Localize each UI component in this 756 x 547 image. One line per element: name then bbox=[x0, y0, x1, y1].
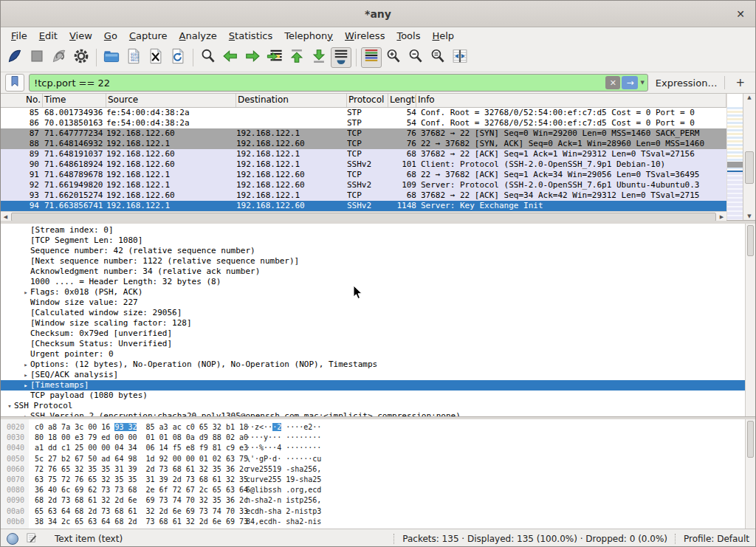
ascii-bytes[interactable]: \'·gP·d· ······cu bbox=[246, 455, 321, 463]
filter-dropdown-caret-icon[interactable]: ▼ bbox=[639, 80, 647, 86]
ascii-bytes[interactable]: ···%···4 ········ bbox=[246, 444, 321, 452]
menu-item-file[interactable]: File bbox=[5, 29, 33, 43]
detail-line[interactable]: Sequence number: 42 (relative sequence n… bbox=[1, 246, 755, 256]
hex-bytes[interactable]: 36 40 6c 69 62 73 73 68 2e 6f 72 67 2c 6… bbox=[35, 485, 246, 495]
bytes-vertical-scrollbar[interactable] bbox=[745, 419, 755, 529]
zoom-100-button[interactable] bbox=[427, 47, 448, 68]
scroll-up-icon[interactable]: ▲ bbox=[743, 94, 755, 100]
detail-line[interactable]: [Stream index: 0] bbox=[1, 225, 755, 235]
menu-item-analyze[interactable]: Analyze bbox=[173, 29, 223, 43]
add-filter-button[interactable]: + bbox=[729, 76, 751, 89]
ascii-bytes[interactable]: curve255 19-sha25 bbox=[246, 475, 321, 484]
hscroll-thumb[interactable] bbox=[11, 213, 716, 221]
menu-item-telephony[interactable]: Telephony bbox=[278, 29, 339, 43]
start-capture-button[interactable] bbox=[4, 47, 25, 68]
detail-line[interactable]: [TCP Segment Len: 1080] bbox=[1, 235, 755, 246]
filter-apply-button[interactable]: → bbox=[622, 76, 638, 89]
hex-row-0090[interactable]: 009068 2d 73 68 61 32 2d 6e 69 73 74 70 … bbox=[1, 495, 755, 506]
packet-row-87[interactable]: 8771.647777234192.168.122.60192.168.122.… bbox=[1, 128, 726, 139]
go-to-packet-button[interactable] bbox=[264, 47, 285, 68]
ascii-selected-bytes[interactable]: ·2 bbox=[272, 423, 281, 431]
hex-row-0060[interactable]: 006072 76 65 32 35 35 31 39 2d 73 68 61 … bbox=[1, 464, 755, 475]
expand-arrow-icon[interactable]: ▸ bbox=[21, 380, 30, 391]
detail-line[interactable]: [Calculated window size: 29056] bbox=[1, 308, 755, 318]
hex-bytes[interactable]: 38 34 2c 65 63 64 68 2d 73 68 61 32 2d 6… bbox=[35, 517, 246, 527]
column-header-source[interactable]: Source bbox=[106, 94, 236, 107]
intelligent-scrollbar[interactable] bbox=[726, 94, 743, 220]
expand-arrow-icon[interactable]: ▾ bbox=[5, 401, 14, 411]
capture-options-button[interactable] bbox=[71, 47, 92, 68]
ascii-bytes[interactable]: 84,ecdh- sha2-nis bbox=[246, 517, 321, 526]
menu-item-tools[interactable]: Tools bbox=[391, 29, 426, 43]
packet-row-89[interactable]: 8971.648191037192.168.122.60192.168.122.… bbox=[1, 149, 726, 159]
column-header-length[interactable]: Length bbox=[388, 94, 416, 107]
detail-line[interactable]: Urgent pointer: 0 bbox=[1, 349, 755, 359]
hex-row-0080[interactable]: 008036 40 6c 69 62 73 73 68 2e 6f 72 67 … bbox=[1, 485, 755, 495]
hex-selected-bytes[interactable]: 93 32 bbox=[114, 423, 137, 431]
menu-item-wireless[interactable]: Wireless bbox=[339, 29, 391, 43]
save-file-button[interactable]: 010101100011 bbox=[123, 47, 144, 68]
menu-item-statistics[interactable]: Statistics bbox=[223, 29, 278, 43]
detail-line[interactable]: Acknowledgment number: 34 (relative ack … bbox=[1, 266, 755, 277]
detail-line[interactable]: ▾SSH Protocol bbox=[1, 401, 755, 411]
find-packet-button[interactable] bbox=[198, 47, 219, 68]
menu-item-capture[interactable]: Capture bbox=[123, 29, 173, 43]
column-header-no[interactable]: No. bbox=[1, 94, 43, 107]
expand-arrow-icon[interactable]: ▸ bbox=[21, 411, 30, 417]
capture-comment-icon[interactable] bbox=[26, 532, 37, 546]
column-header-protocol[interactable]: Protocol bbox=[347, 94, 388, 107]
hex-row-00b0[interactable]: 00b038 34 2c 65 63 64 68 2d 73 68 61 32 … bbox=[1, 517, 755, 527]
go-forward-button[interactable] bbox=[242, 47, 263, 68]
detail-line[interactable]: Checksum: 0x79ed [unverified] bbox=[1, 328, 755, 339]
details-scroll-thumb[interactable] bbox=[747, 225, 754, 256]
expand-arrow-icon[interactable]: ▸ bbox=[21, 359, 30, 370]
hex-row-0040[interactable]: 0040a1 dd c1 25 00 00 04 34 06 14 f5 e8 … bbox=[1, 443, 755, 453]
packet-row-91[interactable]: 9171.648789678192.168.122.1192.168.122.6… bbox=[1, 170, 726, 180]
scroll-right-icon[interactable]: ▶ bbox=[717, 214, 726, 220]
detail-line[interactable]: ▸[Timestamps] bbox=[1, 380, 755, 391]
bytes-scroll-thumb[interactable] bbox=[747, 421, 754, 458]
packet-row-85[interactable]: 8568.001734936fe:54:00:d4:38:2aSTP54Conf… bbox=[1, 108, 726, 118]
packet-row-90[interactable]: 9071.648618924192.168.122.60192.168.122.… bbox=[1, 159, 726, 170]
colorize-toggle[interactable] bbox=[361, 47, 382, 68]
filter-clear-button[interactable]: ✕ bbox=[605, 76, 620, 89]
column-header-destination[interactable]: Destination bbox=[236, 94, 347, 107]
detail-line[interactable]: 1000 .... = Header Length: 32 bytes (8) bbox=[1, 277, 755, 287]
detail-line[interactable]: ▸SSH Version 2 (encryption:chacha20-poly… bbox=[1, 411, 755, 417]
detail-line[interactable]: ▸Flags: 0x018 (PSH, ACK) bbox=[1, 287, 755, 297]
menu-item-view[interactable]: View bbox=[63, 29, 98, 43]
hex-bytes[interactable]: 65 63 64 68 2d 73 68 61 32 2d 6e 69 73 7… bbox=[35, 506, 246, 517]
display-filter-input[interactable]: !tcp.port == 22 ✕ → ▼ bbox=[29, 74, 648, 92]
column-header-time[interactable]: Time bbox=[43, 94, 106, 107]
hex-bytes[interactable]: a1 dd c1 25 00 00 04 34 06 14 f5 e8 f9 8… bbox=[35, 443, 246, 453]
hex-row-0030[interactable]: 003080 18 00 e3 79 ed 00 00 01 01 08 0a … bbox=[1, 433, 755, 443]
open-file-button[interactable] bbox=[101, 47, 122, 68]
close-file-button[interactable] bbox=[145, 47, 166, 68]
detail-line[interactable]: ▸Options: (12 bytes), No-Operation (NOP)… bbox=[1, 359, 755, 370]
filter-bookmark-button[interactable] bbox=[5, 74, 24, 92]
ascii-bytes[interactable]: ecdh-sha 2-nistp3 bbox=[246, 507, 321, 515]
resize-columns-button[interactable] bbox=[450, 47, 470, 68]
hex-bytes[interactable]: 63 75 72 76 65 32 35 35 31 39 2d 73 68 6… bbox=[35, 475, 246, 485]
column-header-info[interactable]: Info bbox=[416, 94, 726, 107]
ascii-bytes[interactable]: ··z<···2 ····e2·· bbox=[246, 423, 321, 431]
packet-list-vertical-scrollbar[interactable]: ▲ ▼ bbox=[743, 94, 755, 220]
zoom-out-button[interactable] bbox=[405, 47, 426, 68]
packet-row-92[interactable]: 9271.661949820192.168.122.1192.168.122.6… bbox=[1, 180, 726, 190]
detail-line[interactable]: [Checksum Status: Unverified] bbox=[1, 339, 755, 349]
menu-item-help[interactable]: Help bbox=[426, 29, 460, 43]
packet-row-88[interactable]: 8871.648146932192.168.122.1192.168.122.6… bbox=[1, 139, 726, 149]
details-vertical-scrollbar[interactable] bbox=[745, 224, 755, 416]
detail-line[interactable]: Window size value: 227 bbox=[1, 297, 755, 308]
status-profile[interactable]: Profile: Default bbox=[684, 534, 749, 544]
expert-info-button[interactable] bbox=[7, 533, 18, 545]
packet-list-horizontal-scrollbar[interactable]: ◀ ▶ bbox=[1, 211, 726, 221]
ascii-bytes[interactable]: ····y··· ········ bbox=[246, 433, 321, 441]
packet-row-93[interactable]: 9371.662015274192.168.122.60192.168.122.… bbox=[1, 190, 726, 201]
vscroll-thumb[interactable] bbox=[745, 151, 754, 184]
scroll-down-icon[interactable]: ▼ bbox=[743, 213, 755, 219]
menu-item-edit[interactable]: Edit bbox=[33, 29, 63, 43]
detail-line[interactable]: [Window size scaling factor: 128] bbox=[1, 318, 755, 328]
hex-row-0020[interactable]: 0020c0 a8 7a 3c 00 16 93 32 85 a3 ac c0 … bbox=[1, 422, 755, 433]
detail-line[interactable]: TCP payload (1080 bytes) bbox=[1, 391, 755, 401]
